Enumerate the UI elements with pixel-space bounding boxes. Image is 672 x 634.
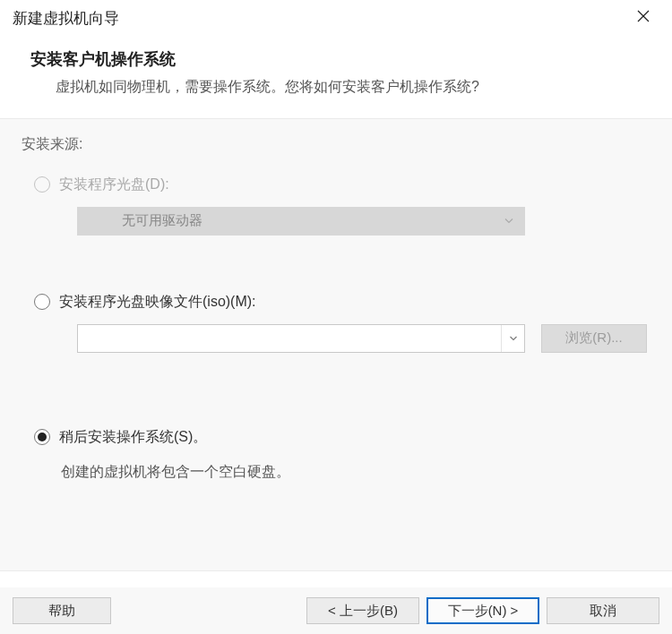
close-button[interactable] (625, 0, 661, 36)
help-button[interactable]: 帮助 (13, 597, 111, 624)
radio-installer-disc-label: 安装程序光盘(D): (59, 176, 169, 194)
disc-drive-value: 无可用驱动器 (122, 212, 202, 229)
iso-combo-chevron[interactable] (501, 325, 524, 352)
wizard-header: 安装客户机操作系统 虚拟机如同物理机，需要操作系统。您将如何安装客户机操作系统? (0, 36, 672, 118)
wizard-footer: 帮助 < 上一步(B) 下一步(N) > 取消 (0, 587, 672, 634)
window-title: 新建虚拟机向导 (13, 8, 625, 29)
chevron-down-icon (504, 213, 514, 228)
close-icon (637, 9, 650, 27)
page-subtitle: 虚拟机如同物理机，需要操作系统。您将如何安装客户机操作系统? (30, 75, 645, 99)
chevron-down-icon (509, 330, 518, 347)
page-title: 安装客户机操作系统 (30, 48, 645, 70)
radio-install-later-label: 稍后安装操作系统(S)。 (59, 428, 207, 447)
install-source-label: 安装来源: (22, 135, 650, 154)
option-iso-file[interactable]: 安装程序光盘映像文件(iso)(M): (34, 293, 650, 312)
disc-drive-dropdown: 无可用驱动器 (77, 207, 525, 236)
titlebar: 新建虚拟机向导 (0, 0, 672, 36)
radio-install-later[interactable] (34, 429, 50, 445)
back-button[interactable]: < 上一步(B) (306, 597, 419, 624)
browse-button: 浏览(R)... (541, 324, 647, 353)
radio-installer-disc (34, 176, 50, 193)
radio-iso-file[interactable] (34, 294, 50, 310)
option-install-later[interactable]: 稍后安装操作系统(S)。 (34, 428, 650, 447)
radio-iso-file-label: 安装程序光盘映像文件(iso)(M): (59, 293, 256, 312)
install-later-description: 创建的虚拟机将包含一个空白硬盘。 (61, 459, 650, 485)
wizard-body: 安装来源: 安装程序光盘(D): 无可用驱动器 安装程序光盘映像文件(iso)(… (0, 118, 672, 571)
option-installer-disc: 安装程序光盘(D): (34, 176, 650, 194)
iso-path-combo[interactable] (77, 324, 525, 353)
cancel-button[interactable]: 取消 (547, 597, 659, 624)
next-button[interactable]: 下一步(N) > (426, 597, 539, 624)
